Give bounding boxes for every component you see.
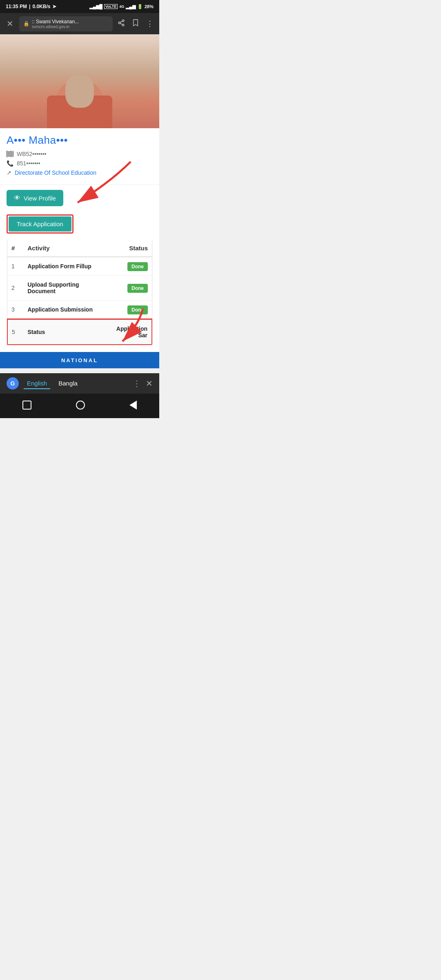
url-area[interactable]: 🔒 :: Swami Vivekanan... svmcm.wbsed.gov.… [19,16,113,31]
status-bar-right: ▂▄▆█ VoLTE 4G ▂▄▆ 🔋 28% [89,4,154,9]
google-translate-icon: G [7,377,19,390]
signal-icon: ▂▄▆█ [89,4,102,9]
table-row: 1 Application Form Fillup Done [7,257,152,276]
status-bar-left: 11:35 PM | 0.0KB/s ➤ [6,4,56,9]
more-options-button[interactable]: ⋮ [145,18,154,30]
time-display: 11:35 PM [6,4,27,9]
send-icon: ➤ [52,4,56,9]
row-status-text: Application Sar [103,319,152,345]
status-badge: Done [127,305,148,314]
svg-line-4 [120,21,122,22]
svg-point-2 [122,24,124,26]
row-activity: Application Submission [24,301,104,319]
track-application-button[interactable]: Track Application [9,216,71,232]
battery-percent: 28% [145,4,154,9]
activity-table: # Activity Status 1 Application Form Fil… [7,239,153,345]
4g-icon: 4G [119,4,124,9]
row-activity: Status [24,319,104,345]
table-row: 3 Application Submission Done [7,301,152,319]
home-icon [76,401,85,410]
row-status: Done [103,257,152,276]
profile-photo [0,34,159,128]
phone-icon: 📞 [7,160,13,167]
nav-back-button[interactable] [129,401,137,410]
svg-line-3 [120,23,122,24]
col-header-activity: Activity [24,240,104,257]
translator-bar: G English Bangla ⋮ ✕ [0,373,159,394]
row-num: 5 [7,319,24,345]
national-label: NATIONAL [61,357,98,363]
phone-number: 851••••••• [17,160,40,167]
status-badge: Done [127,284,148,293]
nav-home-button[interactable] [76,401,85,410]
volte-icon: VoLTE [104,4,118,9]
page-content: A••• Maha••• WB52••••••• 📞 851••••••• ↗ … [0,34,159,368]
url-text: :: Swami Vivekanan... svmcm.wbsed.gov.in [32,19,109,29]
track-application-label: Track Application [17,220,63,227]
row-num: 1 [7,257,24,276]
shirt-overlay [47,96,112,128]
url-domain: svmcm.wbsed.gov.in [32,24,109,29]
phone-detail: 📞 851••••••• [7,160,153,167]
col-header-num: # [7,240,24,257]
browser-bar: ✕ 🔒 :: Swami Vivekanan... svmcm.wbsed.go… [0,13,159,34]
table-header: # Activity Status [7,240,152,257]
view-profile-label: View Profile [24,195,56,202]
profile-info-section: A••• Maha••• WB52••••••• 📞 851••••••• ↗ … [0,128,159,185]
org-link[interactable]: Directorate Of School Education [15,169,96,176]
svg-point-1 [118,22,120,24]
status-badge: Done [127,262,148,271]
org-detail: ↗ Directorate Of School Education [7,169,153,176]
browser-actions: ⋮ [117,18,154,30]
row-status: Done [103,276,152,301]
lock-icon: 🔒 [23,21,29,27]
track-app-highlight-border: Track Application [7,214,74,234]
profile-image-container [0,34,159,128]
table-row-status: 5 Status Application Sar [7,319,152,345]
row-status: Done [103,301,152,319]
external-link-icon: ↗ [7,169,11,176]
share-button[interactable] [117,18,126,30]
track-application-container: Track Application [0,211,159,239]
col-header-status: Status [103,240,152,257]
data-speed: 0.0KB/s [32,4,50,9]
table-row: 2 Upload Supporting Document Done [7,276,152,301]
svg-point-0 [122,20,124,22]
row-num: 3 [7,301,24,319]
profile-buttons-area: 👁 View Profile [0,185,159,211]
barcode-value: WB52••••••• [17,151,46,157]
browser-close-button[interactable]: ✕ [5,17,15,30]
row-num: 2 [7,276,24,301]
bookmark-button[interactable] [131,18,140,30]
network-speed: | [29,4,30,9]
navigation-bar [0,394,159,418]
nav-recents-button[interactable] [22,401,31,410]
row-activity: Application Form Fillup [24,257,104,276]
eye-icon: 👁 [14,194,20,202]
table-body: 1 Application Form Fillup Done 2 Upload … [7,257,152,345]
barcode-detail: WB52••••••• [7,151,153,157]
translator-close-button[interactable]: ✕ [146,379,153,388]
user-name: A••• Maha••• [7,134,153,147]
row-activity: Upload Supporting Document [24,276,104,301]
translator-more-button[interactable]: ⋮ [133,379,141,388]
barcode-icon [7,151,13,157]
language-tab-english[interactable]: English [24,378,50,389]
view-profile-button[interactable]: 👁 View Profile [7,190,63,206]
status-bar: 11:35 PM | 0.0KB/s ➤ ▂▄▆█ VoLTE 4G ▂▄▆ 🔋… [0,0,159,13]
back-icon [129,401,137,410]
page-title: :: Swami Vivekanan... [32,19,109,24]
recents-icon [22,401,31,410]
signal2-icon: ▂▄▆ [126,4,136,9]
language-tab-bangla[interactable]: Bangla [55,378,81,389]
national-banner: NATIONAL [0,352,159,368]
battery-icon: 🔋 [137,4,143,9]
